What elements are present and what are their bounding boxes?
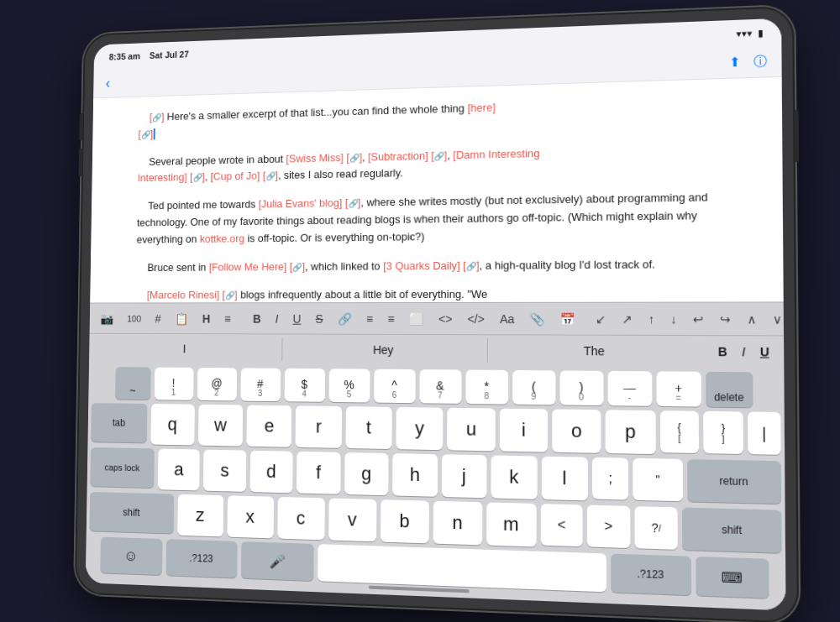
toolbar-code-btn[interactable]: <> bbox=[433, 308, 457, 328]
toolbar-undo-btn[interactable]: ↩ bbox=[687, 308, 709, 329]
delete-key[interactable]: delete bbox=[706, 371, 753, 407]
key-a[interactable]: a bbox=[158, 448, 200, 490]
key-c[interactable]: c bbox=[277, 496, 324, 539]
key-openbrace[interactable]: {[ bbox=[659, 410, 699, 453]
shift-left-key[interactable]: shift bbox=[89, 491, 173, 533]
key-b[interactable]: b bbox=[381, 499, 429, 543]
toolbar-move-right-btn[interactable]: ↗ bbox=[617, 308, 638, 329]
key-d[interactable]: d bbox=[249, 450, 293, 493]
key-7[interactable]: & 7 bbox=[419, 369, 461, 404]
key-j[interactable]: j bbox=[441, 454, 486, 498]
key-u[interactable]: u bbox=[448, 407, 496, 451]
toolbar-hash-btn[interactable]: # bbox=[150, 308, 166, 327]
ipad-screen: 8:35 am Sat Jul 27 ▾▾▾ ▮ ‹ ⬆ ⓘ [🔗] Here'… bbox=[86, 18, 786, 610]
key-closebrace[interactable]: }] bbox=[703, 410, 743, 453]
key-m[interactable]: m bbox=[486, 502, 536, 546]
caps-lock-key[interactable]: caps lock bbox=[90, 447, 154, 487]
pred-item-2[interactable]: Hey bbox=[283, 337, 488, 361]
return-key[interactable]: return bbox=[687, 459, 782, 504]
key-period[interactable]: > bbox=[587, 504, 630, 547]
key-0[interactable]: ) 0 bbox=[559, 370, 603, 405]
pred-item-1[interactable]: I bbox=[89, 337, 283, 360]
toolbar-block-btn[interactable]: ⬜ bbox=[404, 308, 428, 328]
key-8[interactable]: * 8 bbox=[465, 369, 508, 404]
space-key[interactable] bbox=[318, 544, 606, 592]
key-6[interactable]: ^ 6 bbox=[374, 368, 416, 403]
toolbar-strikethrough-btn[interactable]: S bbox=[311, 308, 328, 328]
info-button[interactable]: ⓘ bbox=[753, 53, 767, 70]
keyboard: ~ ! 1 @ 2 # 3 $ 4 % bbox=[86, 362, 786, 610]
num-switch-right-key[interactable]: .?123 bbox=[611, 553, 691, 595]
key-minus[interactable]: — - bbox=[607, 370, 652, 405]
key-5[interactable]: % 5 bbox=[328, 368, 370, 402]
key-h[interactable]: h bbox=[392, 453, 437, 497]
key-s[interactable]: s bbox=[203, 449, 246, 491]
key-quote[interactable]: " bbox=[633, 457, 683, 500]
toolbar-bold-btn[interactable]: B bbox=[248, 308, 265, 327]
toolbar-align-btn[interactable]: ≡ bbox=[361, 308, 378, 328]
key-x[interactable]: x bbox=[227, 495, 274, 538]
toolbar-font-btn[interactable]: Aa bbox=[495, 308, 520, 328]
shift-right-key[interactable]: shift bbox=[682, 507, 781, 552]
pred-underline-btn[interactable]: U bbox=[756, 344, 773, 358]
key-tilde[interactable]: ~ bbox=[115, 367, 151, 400]
toolbar-code2-btn[interactable]: </> bbox=[462, 308, 490, 328]
toolbar-up-btn[interactable]: ↑ bbox=[643, 308, 659, 329]
toolbar-size-btn[interactable]: 100 bbox=[123, 310, 146, 326]
key-f[interactable]: f bbox=[297, 451, 340, 494]
key-i[interactable]: i bbox=[499, 408, 548, 452]
key-9[interactable]: ( 9 bbox=[512, 369, 555, 404]
toolbar-list-btn[interactable]: ≡ bbox=[219, 308, 235, 327]
share-button[interactable]: ⬆ bbox=[729, 54, 741, 71]
key-z[interactable]: z bbox=[177, 494, 223, 536]
key-e[interactable]: e bbox=[247, 405, 292, 447]
toolbar-move-left-btn[interactable]: ↙ bbox=[591, 308, 612, 329]
key-comma[interactable]: < bbox=[540, 504, 582, 546]
toolbar-clipboard-btn[interactable]: 📋 bbox=[171, 308, 193, 327]
key-k[interactable]: k bbox=[491, 455, 538, 499]
key-2[interactable]: @ 2 bbox=[197, 367, 236, 400]
num-switch-left-key[interactable]: .?123 bbox=[165, 539, 237, 578]
key-1[interactable]: ! 1 bbox=[154, 367, 193, 400]
ipad-device: 8:35 am Sat Jul 27 ▾▾▾ ▮ ‹ ⬆ ⓘ [🔗] Here'… bbox=[75, 5, 799, 622]
toolbar-underline-btn[interactable]: U bbox=[288, 308, 306, 328]
toolbar-heading-btn[interactable]: H bbox=[197, 308, 215, 327]
pred-item-3[interactable]: The bbox=[487, 337, 703, 363]
key-w[interactable]: w bbox=[198, 404, 243, 446]
key-3[interactable]: # 3 bbox=[240, 368, 281, 401]
toolbar-photo-btn[interactable]: 📷 bbox=[96, 308, 118, 327]
microphone-key[interactable]: 🎤 bbox=[240, 541, 313, 581]
key-semicolon[interactable]: ; bbox=[592, 457, 629, 499]
key-q[interactable]: q bbox=[150, 404, 195, 445]
key-t[interactable]: t bbox=[345, 406, 392, 449]
tab-key[interactable]: tab bbox=[91, 403, 147, 442]
toolbar-indent-btn[interactable]: ≡ bbox=[383, 308, 400, 328]
toolbar-expand-btn[interactable]: ∧ bbox=[742, 308, 762, 329]
formatting-toolbar: 📷 100 # 📋 H ≡ B I U S 🔗 ≡ ≡ ⬜ <> </> Aa … bbox=[90, 301, 784, 335]
key-r[interactable]: r bbox=[296, 405, 342, 448]
key-equals[interactable]: + = bbox=[656, 371, 701, 406]
key-4[interactable]: $ 4 bbox=[284, 368, 324, 401]
emoji-key[interactable]: ☺ bbox=[100, 536, 162, 575]
key-g[interactable]: g bbox=[344, 452, 389, 494]
key-y[interactable]: y bbox=[396, 406, 444, 449]
key-n[interactable]: n bbox=[433, 500, 482, 545]
toolbar-link-btn[interactable]: 🔗 bbox=[333, 308, 356, 328]
toolbar-down-btn[interactable]: ↓ bbox=[665, 308, 682, 329]
pred-italic-btn[interactable]: I bbox=[738, 344, 749, 358]
hide-keyboard-key[interactable]: ⌨ bbox=[696, 556, 769, 598]
key-p[interactable]: p bbox=[606, 410, 655, 454]
key-o[interactable]: o bbox=[552, 409, 601, 452]
toolbar-collapse-btn[interactable]: ∨ bbox=[767, 308, 785, 329]
key-v[interactable]: v bbox=[328, 498, 376, 541]
key-l[interactable]: l bbox=[541, 456, 587, 500]
back-button[interactable]: ‹ bbox=[106, 75, 111, 91]
editor-area[interactable]: [🔗] Here's a smaller excerpt of that lis… bbox=[90, 76, 784, 302]
pred-bold-btn[interactable]: B bbox=[715, 344, 732, 358]
toolbar-italic-btn[interactable]: I bbox=[270, 308, 283, 328]
toolbar-redo-btn[interactable]: ↪ bbox=[715, 308, 737, 329]
toolbar-date-btn[interactable]: 📅 bbox=[554, 308, 580, 329]
key-pipe[interactable]: | bbox=[748, 411, 781, 454]
toolbar-attach-btn[interactable]: 📎 bbox=[525, 308, 550, 328]
key-slash[interactable]: ?/ bbox=[634, 506, 678, 550]
